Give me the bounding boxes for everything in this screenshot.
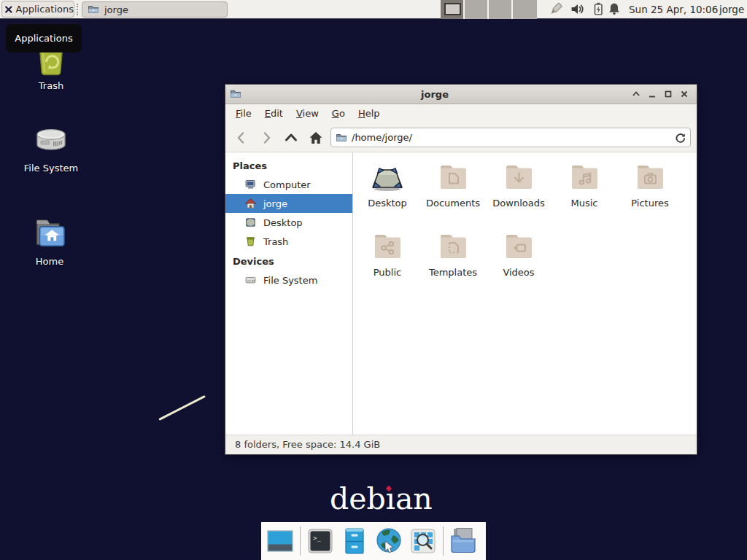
folder-label: Desktop xyxy=(368,198,407,209)
workspace-3[interactable] xyxy=(489,0,513,19)
menu-go[interactable]: Go xyxy=(325,105,352,122)
window-title: jorge xyxy=(241,89,628,100)
back-button[interactable] xyxy=(231,128,252,148)
desktop-icon-label: Home xyxy=(36,256,63,267)
folder-icon xyxy=(88,4,99,15)
menu-edit[interactable]: Edit xyxy=(258,105,290,122)
devices-header: Devices xyxy=(225,251,352,271)
folder-label: Music xyxy=(571,198,598,209)
documents-folder-icon xyxy=(433,160,473,195)
templates-folder-icon xyxy=(433,229,473,264)
reload-icon[interactable] xyxy=(674,132,686,144)
desktop-icon-home[interactable]: Home xyxy=(17,214,82,267)
folder-label: Videos xyxy=(503,267,534,278)
folder-item-pictures[interactable]: Pictures xyxy=(617,160,683,229)
desktop-icon xyxy=(244,217,257,228)
taskbar-window-label: jorge xyxy=(104,4,128,15)
folder-item-templates[interactable]: Templates xyxy=(420,229,486,298)
menu-help[interactable]: Help xyxy=(352,105,387,122)
statusbar: 8 folders, Free space: 14.4 GiB xyxy=(225,435,697,454)
folder-icon xyxy=(336,132,347,144)
file-cabinet-button[interactable] xyxy=(340,526,369,556)
music-folder-icon xyxy=(564,160,605,195)
downloads-folder-icon xyxy=(498,160,539,195)
stylus-icon[interactable] xyxy=(546,1,565,18)
debian-logo: debıan xyxy=(330,481,433,516)
sidebar-item-label: Computer xyxy=(263,179,311,190)
workspace-4[interactable] xyxy=(513,0,537,19)
desktop-icon-label: File System xyxy=(24,163,78,174)
applications-menu-label: Applications xyxy=(16,4,74,15)
tooltip-text: Applications xyxy=(15,33,72,44)
folder-item-documents[interactable]: Documents xyxy=(420,160,486,229)
web-browser-button[interactable] xyxy=(374,526,403,556)
folder-item-public[interactable]: Public xyxy=(355,229,420,298)
folder-label: Documents xyxy=(426,198,480,209)
sidebar-item-label: jorge xyxy=(263,198,287,209)
dock: >_ xyxy=(261,522,486,560)
desktop: Applications jorge xyxy=(0,0,747,560)
sidebar-item-label: File System xyxy=(263,275,317,286)
folder-grid: Desktop Documents Do xyxy=(353,152,697,435)
menu-view[interactable]: View xyxy=(290,105,325,122)
forward-button[interactable] xyxy=(256,128,276,148)
notifications-icon[interactable] xyxy=(607,1,622,17)
folder-label: Pictures xyxy=(631,198,668,209)
applications-tooltip: Applications xyxy=(6,24,82,52)
dock-separator xyxy=(300,526,301,556)
sidebar-item-desktop[interactable]: Desktop xyxy=(225,213,352,232)
desktop-icon-filesystem[interactable]: File System xyxy=(18,121,84,174)
applications-menu-button[interactable]: Applications xyxy=(1,1,74,18)
window-body: Places Computer jorge xyxy=(225,152,697,435)
desktop-trapezoid-icon xyxy=(367,160,408,195)
folder-item-videos[interactable]: Videos xyxy=(486,229,551,298)
menubar: File Edit View Go Help xyxy=(225,104,697,123)
show-desktop-button[interactable] xyxy=(266,526,295,556)
pictures-folder-icon xyxy=(630,160,670,195)
home-button[interactable] xyxy=(306,128,326,148)
toolbar xyxy=(225,123,697,152)
sidebar-item-label: Desktop xyxy=(263,217,303,228)
folder-item-music[interactable]: Music xyxy=(551,160,617,229)
sidebar: Places Computer jorge xyxy=(225,152,353,435)
hard-drive-icon xyxy=(32,121,70,159)
workspace-2[interactable] xyxy=(465,0,489,19)
sidebar-item-trash[interactable]: Trash xyxy=(225,232,352,251)
file-manager-button[interactable] xyxy=(449,526,478,556)
address-input[interactable] xyxy=(352,132,670,143)
folder-item-downloads[interactable]: Downloads xyxy=(486,160,551,229)
computer-icon xyxy=(244,179,257,190)
folder-label: Downloads xyxy=(492,198,544,209)
panel-clock[interactable]: Sun 25 Apr, 10:06 xyxy=(629,0,718,19)
volume-icon[interactable] xyxy=(570,1,585,17)
xfce-menu-icon xyxy=(5,4,12,15)
window-titlebar[interactable]: jorge xyxy=(225,85,697,104)
window-folder-icon xyxy=(230,88,241,100)
folder-label: Templates xyxy=(429,267,477,278)
desktop-icon-label: Trash xyxy=(39,80,63,91)
panel-handle[interactable] xyxy=(77,4,79,15)
taskbar-window-button[interactable]: jorge xyxy=(82,1,228,18)
top-panel: Applications jorge xyxy=(0,0,747,19)
panel-username: jorge xyxy=(719,0,744,19)
sidebar-item-jorge[interactable]: jorge xyxy=(225,194,352,213)
up-button[interactable] xyxy=(281,128,301,148)
sidebar-item-computer[interactable]: Computer xyxy=(225,175,352,194)
minimize-button[interactable] xyxy=(644,86,660,102)
battery-icon[interactable] xyxy=(591,1,605,17)
app-finder-button[interactable] xyxy=(409,526,438,556)
folder-item-desktop[interactable]: Desktop xyxy=(355,160,420,229)
maximize-button[interactable] xyxy=(660,86,676,102)
sidebar-item-filesystem[interactable]: File System xyxy=(225,271,352,289)
file-manager-window: jorge File Edit View Go Help xyxy=(225,84,697,455)
close-button[interactable] xyxy=(676,86,692,102)
terminal-button[interactable]: >_ xyxy=(306,526,335,556)
workspace-1[interactable] xyxy=(441,0,465,19)
stray-line xyxy=(158,395,206,421)
shade-button[interactable] xyxy=(628,86,644,102)
debian-logo-text: an xyxy=(395,481,433,516)
home-folder-icon xyxy=(31,214,69,252)
menu-file[interactable]: File xyxy=(229,105,258,122)
trash-small-icon xyxy=(244,236,257,247)
debian-logo-i: ı xyxy=(386,481,395,516)
